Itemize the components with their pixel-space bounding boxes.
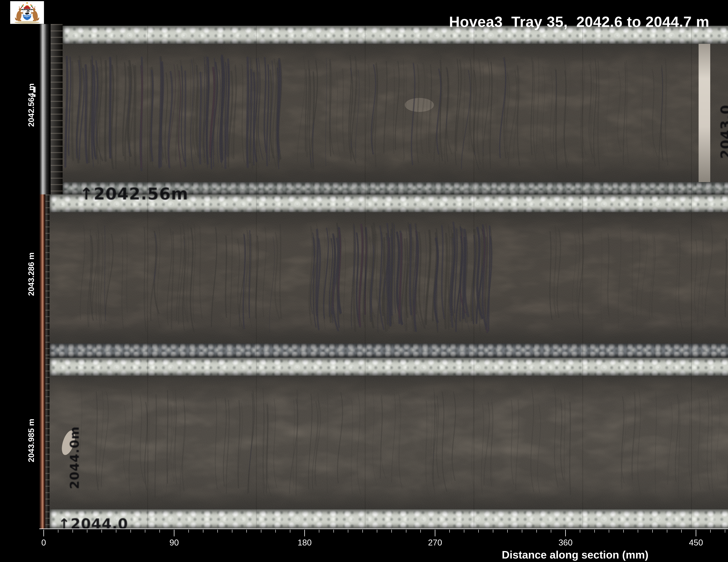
depth-label-row2: 2043.286 m — [26, 253, 36, 296]
x-axis-minor-tick — [493, 530, 493, 533]
x-axis-minor-tick — [377, 530, 377, 533]
handwritten-mark: ↑2044.0 — [58, 516, 128, 532]
x-axis-minor-tick — [101, 530, 102, 533]
x-axis-minor-tick — [507, 530, 508, 533]
foam-strip-bottom-row2 — [50, 343, 728, 358]
x-axis-minor-tick — [609, 530, 609, 533]
x-axis-minor-tick — [391, 530, 392, 533]
x-axis-minor-tick — [362, 530, 363, 533]
x-axis-minor-tick — [116, 530, 116, 533]
wa-coat-of-arms-icon — [10, 1, 44, 24]
core-row-1 — [39, 24, 728, 195]
x-axis-tick-label: 450 — [689, 538, 703, 547]
x-axis-title: Distance along section (mm) — [502, 549, 648, 561]
x-axis-tick-label: 0 — [41, 538, 46, 547]
x-axis-tick-label: 90 — [169, 538, 179, 547]
core-row-2 — [39, 195, 728, 358]
x-axis-minor-tick — [638, 530, 638, 533]
handwritten-mark: 2044.0m — [67, 426, 82, 489]
x-axis-minor-tick — [246, 530, 247, 533]
x-axis-major-tick — [696, 530, 696, 536]
x-axis-minor-tick — [667, 530, 667, 533]
x-axis-minor-tick — [522, 530, 522, 533]
x-axis-tick-label: 360 — [559, 538, 573, 547]
x-axis-minor-tick — [73, 530, 73, 533]
handwritten-mark: 2043.0 — [718, 105, 728, 159]
x-axis-minor-tick — [319, 530, 319, 533]
x-axis-minor-tick — [449, 530, 450, 533]
x-axis-major-tick — [435, 530, 435, 536]
tray-end-rib-row1 — [51, 24, 63, 195]
x-axis-major-tick — [565, 530, 566, 536]
wa-coat-of-arms-logo — [10, 1, 44, 24]
core-row-3 — [39, 358, 728, 529]
x-axis-minor-tick — [159, 530, 160, 533]
x-axis-minor-tick — [348, 530, 348, 533]
x-axis-minor-tick — [406, 530, 406, 533]
x-axis-minor-tick — [681, 530, 682, 533]
tray-end-metal-row2 — [39, 195, 45, 358]
x-axis-minor-tick — [478, 530, 479, 533]
x-axis-major-tick — [174, 530, 174, 536]
x-axis-tick-label: 270 — [428, 538, 442, 547]
x-axis-minor-tick — [652, 530, 653, 533]
tray-end-metal-row3 — [39, 358, 45, 529]
x-axis-minor-tick — [130, 530, 131, 533]
handwritten-mark: ↑2042.56m — [79, 184, 188, 203]
depth-label-row1: 2042.564 m — [26, 83, 36, 127]
x-axis-major-tick — [43, 530, 44, 536]
figure-title: Hovea3 Tray 35, 2042.6 to 2044.7 m — [449, 13, 709, 30]
x-axis-minor-tick — [551, 530, 551, 533]
x-axis-minor-tick — [464, 530, 464, 533]
core-tray-figure: Hovea3 Tray 35, 2042.6 to 2044.7 m — [0, 0, 728, 562]
core-photo-row1 — [63, 44, 728, 182]
x-axis-minor-tick — [203, 530, 203, 533]
foam-strip-top-row3 — [50, 358, 728, 376]
x-axis-minor-tick — [290, 530, 290, 533]
x-axis-minor-tick — [217, 530, 218, 533]
x-axis-minor-tick — [420, 530, 421, 533]
x-axis-minor-tick — [710, 530, 711, 533]
x-axis-major-tick — [304, 530, 305, 536]
tray-end-metal-row1 — [39, 24, 51, 195]
x-axis-minor-tick — [536, 530, 537, 533]
tray-end-rib-row2 — [45, 195, 50, 358]
x-axis-minor-tick — [261, 530, 261, 533]
x-axis-minor-tick — [580, 530, 580, 533]
x-axis-minor-tick — [275, 530, 276, 533]
x-axis-minor-tick — [725, 530, 725, 533]
x-axis-minor-tick — [594, 530, 595, 533]
x-axis-minor-tick — [188, 530, 189, 533]
x-axis-minor-tick — [232, 530, 232, 533]
tray-end-rib-row3 — [45, 358, 50, 529]
x-axis-minor-tick — [145, 530, 145, 533]
core-photo-row3 — [50, 376, 728, 509]
title-bar: Hovea3 Tray 35, 2042.6 to 2044.7 m — [0, 0, 728, 24]
depth-label-row3: 2043.985 m — [26, 419, 36, 462]
x-axis-minor-tick — [333, 530, 334, 533]
x-axis-minor-tick — [623, 530, 624, 533]
x-axis-tick-label: 180 — [298, 538, 312, 547]
x-axis-minor-tick — [87, 530, 87, 533]
x-axis-minor-tick — [58, 530, 58, 533]
foam-strip-bottom-row3 — [50, 509, 728, 529]
core-photo-row2 — [50, 212, 728, 343]
